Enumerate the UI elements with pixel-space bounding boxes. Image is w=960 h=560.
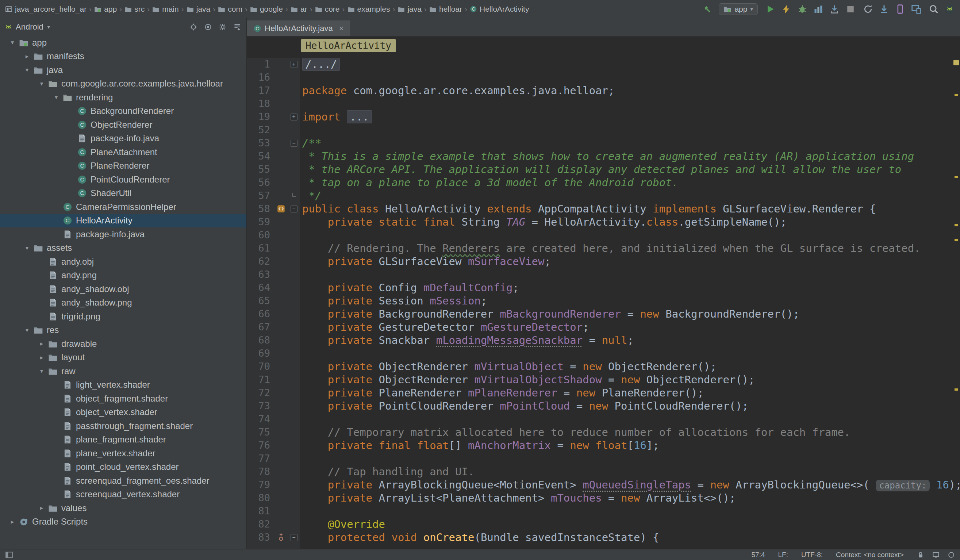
code-line-77[interactable] bbox=[302, 452, 960, 465]
code-line-73[interactable]: private PointCloudRenderer mPointCloud =… bbox=[302, 399, 960, 413]
tree-item-backgroundrenderer[interactable]: CBackgroundRenderer bbox=[0, 104, 246, 118]
breadcrumb-item-helloaractivity[interactable]: CHelloArActivity bbox=[470, 5, 529, 13]
code-line-59[interactable]: private static final String TAG = HelloA… bbox=[302, 215, 960, 229]
tree-item-gradle-scripts[interactable]: ▸Gradle Scripts bbox=[0, 515, 246, 529]
chevron-right-icon[interactable]: ▸ bbox=[35, 354, 48, 362]
code-line-55[interactable]: * the ARCore API. The application will d… bbox=[302, 163, 960, 176]
tree-item-andy-shadow-obj[interactable]: andy_shadow.obj bbox=[0, 282, 246, 296]
device-manager-button[interactable] bbox=[895, 4, 905, 14]
breadcrumb-item-helloar[interactable]: helloar bbox=[429, 5, 462, 13]
warning-stripe-mark[interactable] bbox=[955, 239, 958, 241]
fold-end-icon[interactable] bbox=[288, 195, 300, 197]
code-line-60[interactable] bbox=[302, 229, 960, 242]
profiler-button[interactable] bbox=[813, 4, 824, 14]
tree-item-object-vertex-shader[interactable]: object_vertex.shader bbox=[0, 406, 246, 419]
code-line-61[interactable]: // Rendering. The Renderers are created … bbox=[302, 242, 960, 255]
chevron-right-icon[interactable]: ▸ bbox=[6, 518, 19, 526]
tree-item-point-cloud-vertex-shader[interactable]: point_cloud_vertex.shader bbox=[0, 460, 246, 474]
chevron-down-icon[interactable]: ▾ bbox=[35, 80, 48, 88]
chevron-right-icon[interactable]: ▸ bbox=[21, 53, 34, 60]
download-button[interactable] bbox=[879, 4, 889, 14]
code-line-70[interactable]: private ObjectRenderer mVirtualObject = … bbox=[302, 360, 960, 373]
breadcrumb-item-com[interactable]: com bbox=[218, 5, 242, 13]
tree-item-camerapermissionhelper[interactable]: CCameraPermissionHelper bbox=[0, 200, 246, 214]
run-button[interactable] bbox=[765, 4, 775, 14]
tree-item-objectrenderer[interactable]: CObjectRenderer bbox=[0, 118, 246, 132]
layout-inspector-button[interactable] bbox=[911, 4, 921, 14]
tree-item-helloaractivity[interactable]: CHelloArActivity bbox=[0, 214, 246, 228]
chevron-down-icon[interactable]: ▾ bbox=[6, 39, 19, 46]
sync-button[interactable] bbox=[863, 4, 873, 14]
breadcrumb-item-core[interactable]: core bbox=[315, 5, 340, 13]
chevron-right-icon[interactable]: ▸ bbox=[35, 504, 48, 512]
breadcrumb-class-chip[interactable]: HelloArActivity bbox=[301, 39, 396, 52]
component-marker-icon[interactable] bbox=[275, 205, 288, 213]
tree-item-planerenderer[interactable]: CPlaneRenderer bbox=[0, 159, 246, 173]
project-view-selector[interactable]: Android bbox=[16, 22, 43, 32]
code-line-78[interactable]: // Tap handling and UI. bbox=[302, 465, 960, 478]
code-line-72[interactable]: private PlaneRenderer mPlaneRenderer = n… bbox=[302, 386, 960, 399]
code-line-76[interactable]: private final float[] mAnchorMatrix = ne… bbox=[302, 439, 960, 452]
code-line-19[interactable]: import ... bbox=[302, 110, 960, 123]
code-line-52[interactable] bbox=[302, 123, 960, 136]
tab-helloaractivity-java[interactable]: C HelloArActivity.java × bbox=[247, 21, 351, 36]
tree-item-pointcloudrenderer[interactable]: CPointCloudRenderer bbox=[0, 173, 246, 187]
apply-changes-button[interactable] bbox=[781, 4, 791, 14]
android-avatar-button[interactable] bbox=[945, 4, 955, 14]
apply-code-button[interactable] bbox=[829, 4, 840, 14]
chevron-down-icon[interactable]: ▾ bbox=[50, 93, 63, 101]
tree-item-java[interactable]: ▾java bbox=[0, 63, 246, 77]
fold-minus-icon[interactable]: − bbox=[288, 140, 300, 147]
code-line-56[interactable]: * tap on a plane to place a 3d model of … bbox=[302, 176, 960, 189]
tree-item-andy-obj[interactable]: andy.obj bbox=[0, 255, 246, 269]
code-line-53[interactable]: /** bbox=[302, 136, 960, 150]
line-separator[interactable]: LF: bbox=[778, 551, 788, 559]
build-button[interactable] bbox=[703, 5, 711, 13]
code-line-58[interactable]: public class HelloArActivity extends App… bbox=[302, 202, 960, 215]
code-line-18[interactable] bbox=[302, 97, 960, 110]
tree-item-andy-png[interactable]: andy.png bbox=[0, 269, 246, 283]
tree-item-screenquad-fragment-oes-shader[interactable]: screenquad_fragment_oes.shader bbox=[0, 474, 246, 488]
breadcrumb-item-ar[interactable]: ar bbox=[291, 5, 307, 13]
code-line-54[interactable]: * This is a simple example that shows ho… bbox=[302, 150, 960, 163]
breadcrumb-item-src[interactable]: src bbox=[125, 5, 144, 13]
debug-button[interactable] bbox=[797, 4, 807, 14]
search-button[interactable] bbox=[929, 4, 939, 14]
tree-item-values[interactable]: ▸values bbox=[0, 501, 246, 515]
tree-item-app[interactable]: ▾app bbox=[0, 36, 246, 50]
lock-icon[interactable] bbox=[917, 551, 924, 558]
tree-item-package-info-java[interactable]: package-info.java bbox=[0, 132, 246, 146]
breadcrumb-item-main[interactable]: main bbox=[152, 5, 179, 13]
code-line-62[interactable]: private GLSurfaceView mSurfaceView; bbox=[302, 255, 960, 268]
breadcrumb-item-examples[interactable]: examples bbox=[347, 5, 390, 13]
breadcrumb-item-java[interactable]: java bbox=[397, 5, 422, 13]
breadcrumb-item-java-arcore-hello-ar[interactable]: java_arcore_hello_ar bbox=[5, 5, 86, 13]
code-line-17[interactable]: package com.google.ar.core.examples.java… bbox=[302, 84, 960, 97]
code-line-66[interactable]: private BackgroundRenderer mBackgroundRe… bbox=[302, 307, 960, 320]
tree-item-object-fragment-shader[interactable]: object_fragment.shader bbox=[0, 392, 246, 406]
chevron-down-icon[interactable]: ▾ bbox=[35, 367, 48, 375]
toolwindow-toggle-icon[interactable] bbox=[5, 551, 13, 559]
tree-item-package-info-java[interactable]: package-info.java bbox=[0, 227, 246, 241]
code-line-68[interactable]: private Snackbar mLoadingMessageSnackbar… bbox=[302, 334, 960, 347]
tree-item-drawable[interactable]: ▸drawable bbox=[0, 337, 246, 351]
code-line-57[interactable]: */ bbox=[302, 189, 960, 202]
tree-item-layout[interactable]: ▸layout bbox=[0, 351, 246, 365]
inspection-status-icon[interactable] bbox=[954, 60, 959, 66]
editor-code[interactable]: /.../package com.google.ar.core.examples… bbox=[300, 58, 960, 549]
code-line-1[interactable]: /.../ bbox=[302, 58, 960, 71]
settings-gear-button[interactable] bbox=[219, 23, 227, 31]
chevron-down-icon[interactable]: ▾ bbox=[21, 244, 34, 252]
chevron-right-icon[interactable]: ▸ bbox=[35, 340, 48, 347]
warning-stripe-mark[interactable] bbox=[955, 224, 958, 226]
tree-item-manifests[interactable]: ▸manifests bbox=[0, 50, 246, 64]
code-line-83[interactable]: protected void onCreate(Bundle savedInst… bbox=[302, 531, 960, 544]
code-line-67[interactable]: private GestureDetector mGestureDetector… bbox=[302, 320, 960, 334]
code-line-63[interactable] bbox=[302, 268, 960, 281]
override-marker-icon[interactable] bbox=[275, 533, 288, 542]
locate-button[interactable] bbox=[189, 23, 197, 31]
chevron-down-icon[interactable]: ▾ bbox=[21, 66, 34, 74]
context-widget[interactable]: Context: <no context> bbox=[836, 551, 904, 559]
close-icon[interactable]: × bbox=[339, 24, 344, 33]
code-line-82[interactable]: @Override bbox=[302, 518, 960, 531]
